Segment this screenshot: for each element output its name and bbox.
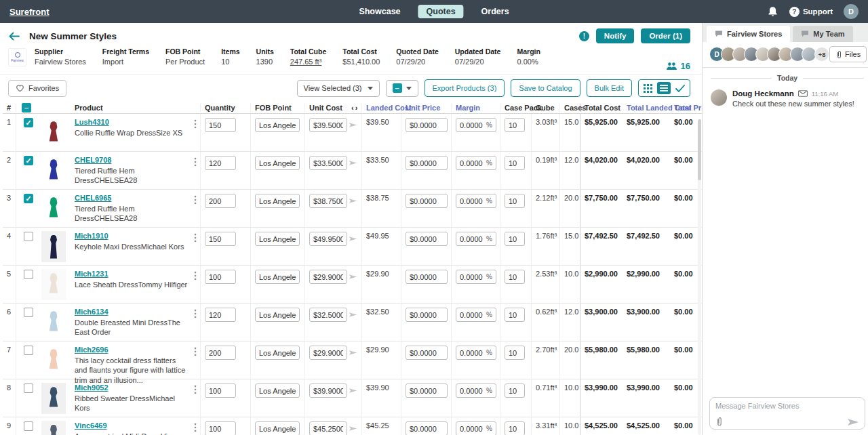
product-code-link[interactable]: Mich6134 [75,308,108,316]
case-pack-input[interactable] [505,308,525,322]
push-arrow-icon[interactable] [349,236,357,242]
quantity-input[interactable] [205,270,236,284]
case-pack-input[interactable] [505,232,525,246]
list-view-icon[interactable] [657,82,671,94]
view-selected-dropdown[interactable]: View Selected (3) [297,80,380,97]
members-count[interactable]: 16 [666,61,690,71]
row-menu-icon[interactable] [194,423,197,434]
row-menu-icon[interactable] [194,347,197,358]
product-code-link[interactable]: Vinc6469 [75,421,107,430]
row-menu-icon[interactable] [194,233,197,244]
select-all-dropdown[interactable]: – [386,80,418,97]
info-icon[interactable]: ! [579,31,589,41]
more-avatars-badge[interactable]: +8 [814,47,829,62]
back-button[interactable] [8,32,20,41]
product-image[interactable] [41,421,66,435]
product-image[interactable] [41,307,66,338]
case-pack-input[interactable] [505,346,525,360]
row-checkbox[interactable]: ✓ [24,156,33,165]
fob-point-input[interactable] [255,308,300,322]
push-arrow-icon[interactable] [349,350,357,356]
notifications-bell-icon[interactable] [767,6,778,17]
brand-logo[interactable]: Surefront [9,7,50,17]
row-menu-icon[interactable] [194,271,197,282]
attach-file-button[interactable] [715,417,723,426]
unit-cost-input[interactable] [309,308,347,322]
push-arrow-icon[interactable] [349,160,357,166]
support-button[interactable]: ? Support [789,7,833,17]
unit-cost-input[interactable] [309,384,347,398]
row-checkbox[interactable] [24,384,33,393]
fob-point-input[interactable] [255,232,300,246]
unit-cost-input[interactable] [309,194,347,208]
fob-point-input[interactable] [255,156,300,170]
case-pack-input[interactable] [505,194,525,208]
margin-input[interactable]: 0.0000% [456,118,496,132]
product-code-link[interactable]: CHEL9708 [75,156,111,164]
scrollbar-thumb[interactable] [698,119,701,180]
product-code-link[interactable]: CHEL6965 [75,194,111,202]
header-checkbox[interactable]: – [22,103,31,112]
product-code-link[interactable]: Mich1231 [75,270,108,278]
tab-my-team[interactable]: My Team [793,26,852,42]
quantity-input[interactable] [205,118,236,132]
row-menu-icon[interactable] [194,195,197,206]
unit-cost-input[interactable] [309,118,347,132]
margin-input[interactable]: 0.0000% [456,384,496,398]
margin-input[interactable]: 0.0000% [456,308,496,322]
margin-input[interactable]: 0.0000% [456,232,496,246]
nav-tab-quotes[interactable]: Quotes [418,5,464,18]
row-checkbox[interactable] [24,346,33,355]
unit-cost-input[interactable] [309,232,347,246]
quantity-input[interactable] [205,232,236,246]
row-menu-icon[interactable] [194,119,197,130]
case-pack-input[interactable] [505,118,525,132]
margin-input[interactable]: 0.0000% [456,346,496,360]
product-image[interactable] [41,193,66,224]
quantity-input[interactable] [205,384,236,398]
unit-price-input[interactable] [406,308,448,322]
column-expander-icon[interactable]: ‹› [347,104,362,112]
row-checkbox[interactable]: ✓ [24,194,33,203]
row-menu-icon[interactable] [194,157,197,168]
files-button[interactable]: Files [829,46,867,62]
fob-point-input[interactable] [255,270,300,284]
nav-tab-showcase[interactable]: Showcase [356,5,403,18]
unit-price-input[interactable] [406,270,448,284]
unit-cost-input[interactable] [309,421,347,435]
case-pack-input[interactable] [505,421,525,435]
product-image[interactable] [41,155,66,186]
quantity-input[interactable] [205,156,236,170]
unit-price-input[interactable] [406,118,448,132]
row-menu-icon[interactable] [194,309,197,320]
unit-price-input[interactable] [406,346,448,360]
unit-price-input[interactable] [406,156,448,170]
margin-input[interactable]: 0.0000% [456,194,496,208]
unit-cost-input[interactable] [309,156,347,170]
row-menu-icon[interactable] [194,385,197,396]
message-input[interactable] [715,402,859,410]
push-arrow-icon[interactable] [349,426,357,432]
row-checkbox[interactable] [24,270,33,279]
unit-price-input[interactable] [406,421,448,435]
grid-view-icon[interactable] [644,84,652,93]
push-arrow-icon[interactable] [349,122,357,128]
save-to-catalog-button[interactable]: Save to Catalog [511,79,580,97]
unit-cost-input[interactable] [309,270,347,284]
unit-price-input[interactable] [406,232,448,246]
product-image[interactable] [41,345,66,376]
quantity-input[interactable] [205,346,236,360]
product-image[interactable] [41,231,66,262]
quantity-input[interactable] [205,421,236,435]
product-image[interactable] [41,117,66,148]
margin-input[interactable]: 0.0000% [456,156,496,170]
export-products-button[interactable]: Export Products (3) [425,79,505,97]
notify-button[interactable]: Notify [596,28,635,43]
favorites-button[interactable]: Favorites [8,80,66,97]
quantity-input[interactable] [205,308,236,322]
case-pack-input[interactable] [505,270,525,284]
fob-point-input[interactable] [255,118,300,132]
fob-point-input[interactable] [255,346,300,360]
fob-point-input[interactable] [255,194,300,208]
fob-point-input[interactable] [255,421,300,435]
